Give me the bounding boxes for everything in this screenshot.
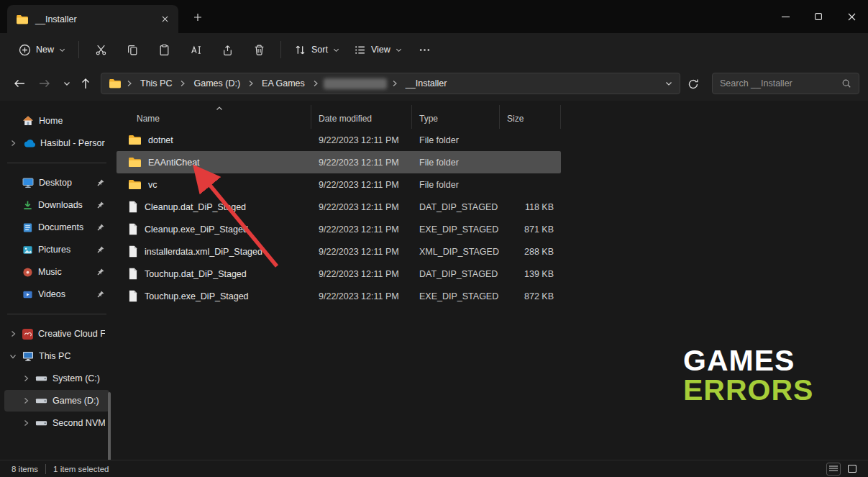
file-type: File folder xyxy=(412,135,500,145)
sidebar-item-label: System (C:) xyxy=(52,373,100,383)
file-icon xyxy=(128,245,138,258)
sidebar-item-pictures[interactable]: Pictures xyxy=(4,239,109,260)
file-row-vc[interactable]: vc 9/22/2023 12:11 PM File folder xyxy=(117,173,561,196)
file-name: EAAntiCheat xyxy=(148,158,200,168)
more-options-button[interactable] xyxy=(409,37,441,62)
breadcrumb-item-games-drive[interactable]: Games (D:) xyxy=(191,77,243,90)
sidebar-divider xyxy=(7,163,106,163)
selection-count: 1 item selected xyxy=(53,465,109,473)
file-row-touchup-exe[interactable]: Touchup.exe_DiP_Staged 9/22/2023 12:11 P… xyxy=(117,285,561,307)
file-size: 139 KB xyxy=(500,269,561,279)
refresh-icon xyxy=(687,78,699,90)
file-date: 9/22/2023 12:11 PM xyxy=(311,247,412,257)
chevron-right-icon[interactable] xyxy=(22,419,30,427)
desktop-icon xyxy=(22,178,34,188)
rename-icon xyxy=(190,44,202,56)
close-window-button[interactable] xyxy=(835,0,868,33)
sidebar-item-downloads[interactable]: Downloads xyxy=(4,194,109,216)
chevron-right-icon[interactable] xyxy=(9,330,17,337)
pin-icon xyxy=(96,268,105,276)
trash-icon xyxy=(253,44,265,56)
file-size: 871 KB xyxy=(500,224,561,235)
maximize-button[interactable] xyxy=(802,0,835,33)
chevron-right-icon[interactable] xyxy=(22,375,30,382)
sidebar-item-second-nvme[interactable]: Second NVME xyxy=(4,412,109,434)
file-row-installerdata-xml[interactable]: installerdata.xml_DiP_Staged 9/22/2023 1… xyxy=(117,240,561,263)
pin-icon xyxy=(96,178,105,187)
videos-icon xyxy=(22,289,33,300)
sidebar-item-onedrive[interactable]: Hasibul - Persor xyxy=(4,132,109,154)
view-button[interactable]: View xyxy=(347,37,409,62)
watermark-line1: GAMES xyxy=(683,346,813,376)
new-button[interactable]: New xyxy=(12,37,73,62)
copy-button[interactable] xyxy=(117,37,148,62)
sidebar-item-games-d[interactable]: Games (D:) xyxy=(4,390,109,412)
address-dropdown-button[interactable] xyxy=(665,80,672,87)
sidebar-item-system-c[interactable]: System (C:) xyxy=(4,368,109,389)
rename-button[interactable] xyxy=(180,37,211,62)
file-date: 9/22/2023 12:11 PM xyxy=(311,224,412,235)
chevron-down-icon xyxy=(333,47,339,53)
file-type: EXE_DIP_STAGED F... xyxy=(412,224,500,235)
column-header-name[interactable]: Name xyxy=(117,105,311,129)
refresh-button[interactable] xyxy=(685,76,702,93)
file-row-dotnet[interactable]: dotnet 9/22/2023 12:11 PM File folder xyxy=(117,129,561,151)
details-view-button[interactable] xyxy=(826,463,841,476)
view-toggles xyxy=(826,463,859,476)
sidebar-item-label: Music xyxy=(38,267,62,277)
file-date: 9/22/2023 12:11 PM xyxy=(311,158,412,168)
file-row-cleanup-dat[interactable]: Cleanup.dat_DiP_Staged 9/22/2023 12:11 P… xyxy=(117,196,561,218)
breadcrumb-item-this-pc[interactable]: This PC xyxy=(137,77,175,90)
chevron-down-icon[interactable] xyxy=(9,353,17,360)
sidebar-item-videos[interactable]: Videos xyxy=(4,283,109,305)
column-headers: Name Date modified Type Size xyxy=(117,105,561,129)
title-bar: __Installer xyxy=(0,0,868,33)
chevron-right-icon[interactable] xyxy=(9,140,17,147)
forward-button[interactable] xyxy=(35,74,54,93)
sidebar-item-desktop[interactable]: Desktop xyxy=(4,172,109,194)
sidebar-item-home[interactable]: Home xyxy=(4,110,109,132)
share-button[interactable] xyxy=(211,37,243,62)
up-button[interactable] xyxy=(76,74,95,93)
address-bar[interactable]: This PC Games (D:) EA Games __Installer xyxy=(101,73,680,94)
icons-view-icon xyxy=(848,465,856,473)
explorer-tab[interactable]: __Installer xyxy=(7,5,178,33)
sort-button[interactable]: Sort xyxy=(287,37,347,62)
folder-icon xyxy=(128,135,142,145)
icons-view-button[interactable] xyxy=(845,463,859,476)
recent-locations-button[interactable] xyxy=(58,74,76,93)
tab-close-button[interactable] xyxy=(157,12,173,27)
column-header-date-modified[interactable]: Date modified xyxy=(311,105,412,129)
paste-button[interactable] xyxy=(148,37,180,62)
item-count: 8 items xyxy=(12,465,38,473)
delete-button[interactable] xyxy=(243,37,275,62)
ellipsis-icon xyxy=(419,44,431,56)
sidebar-item-music[interactable]: Music xyxy=(4,261,109,283)
new-tab-button[interactable] xyxy=(190,9,206,25)
file-size: 288 KB xyxy=(500,247,561,257)
minimize-button[interactable] xyxy=(769,0,802,33)
breadcrumb-item-ea-games[interactable]: EA Games xyxy=(259,77,308,90)
navigation-pane: Home Hasibul - Persor Desktop xyxy=(0,101,114,460)
search-box[interactable] xyxy=(712,73,859,94)
column-header-type[interactable]: Type xyxy=(412,105,500,129)
back-button[interactable] xyxy=(10,74,29,93)
column-header-size[interactable]: Size xyxy=(500,105,561,129)
file-row-eaanticheat[interactable]: EAAntiCheat 9/22/2023 12:11 PM File fold… xyxy=(117,151,561,173)
cut-button[interactable] xyxy=(85,37,117,62)
search-input[interactable] xyxy=(720,78,841,88)
chevron-down-icon xyxy=(59,47,65,53)
sidebar-item-creative-cloud[interactable]: Creative Cloud F xyxy=(4,323,109,345)
sidebar-item-documents[interactable]: Documents xyxy=(4,217,109,238)
window-controls xyxy=(769,0,868,33)
file-row-touchup-dat[interactable]: Touchup.dat_DiP_Staged 9/22/2023 12:11 P… xyxy=(117,263,561,285)
chevron-right-icon[interactable] xyxy=(22,397,30,404)
file-icon xyxy=(128,268,138,280)
breadcrumb-item-installer[interactable]: __Installer xyxy=(403,77,450,90)
cut-icon xyxy=(95,44,107,56)
file-row-cleanup-exe[interactable]: Cleanup.exe_DiP_Staged 9/22/2023 12:11 P… xyxy=(117,218,561,240)
sidebar-item-this-pc[interactable]: This PC xyxy=(4,345,109,367)
minimize-icon xyxy=(782,13,790,21)
file-name: Touchup.exe_DiP_Staged xyxy=(145,291,249,301)
sidebar-scrollbar[interactable] xyxy=(108,392,111,461)
